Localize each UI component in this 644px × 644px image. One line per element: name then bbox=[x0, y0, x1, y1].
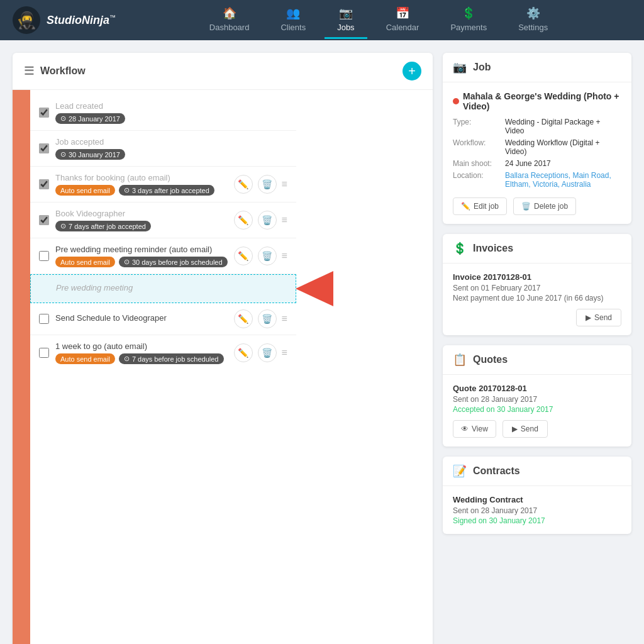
nav-item-calendar[interactable]: 📅 Calendar bbox=[374, 1, 432, 39]
pre-wedding-reminder-delete-button[interactable]: 🗑️ bbox=[258, 247, 277, 265]
edit-job-label: Edit job bbox=[474, 202, 499, 211]
job-type-row: Type: Wedding - Digital Package + Video bbox=[453, 118, 621, 135]
workflow-card: ☰ Workflow + PRE-SHOOT bbox=[13, 53, 433, 644]
edit-job-button[interactable]: ✏️ Edit job bbox=[453, 197, 507, 215]
one-week-drag-handle[interactable]: ≡ bbox=[282, 347, 287, 358]
dashboard-icon: 🏠 bbox=[223, 6, 236, 20]
pre-wedding-meeting-content: Pre wedding meeting bbox=[56, 283, 287, 295]
wf-item-send-schedule: Send Schedule to Videograper ✏️ 🗑️ ≡ bbox=[30, 303, 296, 335]
pre-wedding-reminder-drag-handle[interactable]: ≡ bbox=[282, 250, 287, 262]
nav-item-payments[interactable]: 💲 Payments bbox=[438, 1, 499, 39]
quote-sent: Sent on 28 January 2017 bbox=[453, 395, 621, 404]
add-workflow-item-button[interactable]: + bbox=[402, 62, 421, 80]
lead-created-content: Lead created ⊙ 28 January 2017 bbox=[55, 101, 287, 124]
send-schedule-content: Send Schedule to Videograper bbox=[55, 313, 228, 325]
pre-shoot-section: PRE-SHOOT Lead created ⊙ 28 January 2017 bbox=[13, 90, 296, 644]
logo-studio: Studio bbox=[47, 14, 82, 26]
book-videographer-edit-button[interactable]: ✏️ bbox=[234, 211, 253, 230]
clients-icon: 👥 bbox=[286, 6, 300, 20]
nav-item-clients[interactable]: 👥 Clients bbox=[268, 1, 318, 39]
one-week-days-badge: ⊙ 7 days before job scheduled bbox=[119, 353, 224, 364]
contracts-card-header: 📝 Contracts bbox=[443, 457, 631, 486]
delete-job-label: Delete job bbox=[534, 202, 568, 211]
nav-label-settings: Settings bbox=[518, 23, 548, 32]
workflow-title-text: Workflow bbox=[40, 65, 86, 77]
pre-wedding-reminder-content: Pre wedding meeting reminder (auto email… bbox=[55, 245, 228, 267]
thanks-booking-delete-button[interactable]: 🗑️ bbox=[258, 175, 277, 194]
job-mainshoot-row: Main shoot: 24 June 2017 bbox=[453, 159, 621, 168]
invoice-item-1: Invoice 20170128-01 Sent on 01 February … bbox=[453, 272, 621, 303]
send-schedule-title: Send Schedule to Videograper bbox=[55, 313, 228, 323]
contracts-card-body: Wedding Contract Sent on 28 January 2017… bbox=[443, 486, 631, 534]
edit-job-icon: ✏️ bbox=[461, 202, 470, 211]
send-schedule-delete-button[interactable]: 🗑️ bbox=[258, 309, 277, 328]
delete-job-icon: 🗑️ bbox=[521, 202, 531, 211]
one-week-title: 1 week to go (auto email) bbox=[55, 341, 228, 351]
job-mainshoot-label: Main shoot: bbox=[453, 159, 500, 168]
job-location-value[interactable]: Ballara Receptions, Main Road, Eltham, V… bbox=[505, 171, 621, 189]
send-schedule-drag-handle[interactable]: ≡ bbox=[282, 313, 287, 325]
lead-created-title: Lead created bbox=[55, 101, 287, 111]
quote-view-button[interactable]: 👁 View bbox=[453, 420, 496, 438]
thanks-booking-badges: Auto send email ⊙ 3 days after job accep… bbox=[55, 185, 228, 196]
one-week-delete-button[interactable]: 🗑️ bbox=[258, 343, 277, 362]
contracts-card-icon: 📝 bbox=[453, 464, 467, 478]
job-accepted-title: Job accepted bbox=[55, 137, 287, 147]
invoice-send-icon: ▶ bbox=[586, 313, 591, 322]
contract-sent: Sent on 28 January 2017 bbox=[453, 506, 621, 515]
logo-area: 🥷 StudioNinja™ bbox=[13, 6, 126, 34]
quote-send-label: Send bbox=[521, 425, 538, 433]
one-week-checkbox[interactable] bbox=[39, 348, 49, 358]
left-panel: ☰ Workflow + PRE-SHOOT bbox=[13, 53, 433, 644]
pre-wedding-reminder-checkbox[interactable] bbox=[39, 251, 49, 261]
contracts-card: 📝 Contracts Wedding Contract Sent on 28 … bbox=[443, 457, 631, 534]
job-type-label: Type: bbox=[453, 118, 500, 135]
invoice-send-button[interactable]: ▶ Send bbox=[576, 309, 621, 326]
nav-item-settings[interactable]: ⚙️ Settings bbox=[506, 1, 560, 39]
right-panel: 📷 Job Mahala & George's Wedding (Photo +… bbox=[443, 53, 631, 644]
nav-item-dashboard[interactable]: 🏠 Dashboard bbox=[197, 1, 262, 39]
quote-send-button[interactable]: ▶ Send bbox=[502, 420, 548, 438]
calendar-icon: 📅 bbox=[396, 6, 409, 20]
thanks-booking-edit-button[interactable]: ✏️ bbox=[234, 175, 253, 194]
one-week-autosend-badge: Auto send email bbox=[55, 353, 115, 364]
one-week-edit-button[interactable]: ✏️ bbox=[234, 343, 253, 362]
nav-label-payments: Payments bbox=[450, 23, 487, 32]
wf-item-thanks-booking: Thanks for booking (auto email) Auto sen… bbox=[30, 167, 296, 203]
clock-icon-sm: ⊙ bbox=[60, 114, 66, 123]
lead-created-checkbox[interactable] bbox=[39, 108, 49, 118]
book-videographer-checkbox[interactable] bbox=[39, 215, 49, 225]
job-accepted-date-badge: ⊙ 30 January 2017 bbox=[55, 149, 125, 160]
wf-item-lead-created: Lead created ⊙ 28 January 2017 bbox=[30, 95, 296, 131]
book-videographer-delete-button[interactable]: 🗑️ bbox=[258, 211, 277, 230]
send-schedule-checkbox[interactable] bbox=[39, 314, 49, 324]
job-accepted-content: Job accepted ⊙ 30 January 2017 bbox=[55, 137, 287, 160]
pre-wedding-meeting-title: Pre wedding meeting bbox=[56, 283, 287, 292]
book-videographer-drag-handle[interactable]: ≡ bbox=[282, 214, 287, 226]
lead-created-date-badge: ⊙ 28 January 2017 bbox=[55, 113, 125, 124]
thanks-booking-checkbox[interactable] bbox=[39, 179, 49, 189]
reminder-days-badge: ⊙ 30 days before job scheduled bbox=[119, 257, 228, 267]
logo-tm: ™ bbox=[109, 14, 116, 21]
settings-icon: ⚙️ bbox=[526, 6, 540, 20]
invoices-card: 💲 Invoices Invoice 20170128-01 Sent on 0… bbox=[443, 234, 631, 335]
job-mainshoot-value: 24 June 2017 bbox=[505, 159, 551, 168]
quote-view-label: View bbox=[472, 425, 488, 433]
book-videographer-content: Book Videographer ⊙ 7 days after job acc… bbox=[55, 209, 228, 231]
lead-created-badges: ⊙ 28 January 2017 bbox=[55, 113, 287, 124]
logo-icon: 🥷 bbox=[13, 6, 40, 34]
send-schedule-edit-button[interactable]: ✏️ bbox=[234, 309, 253, 328]
invoices-card-body: Invoice 20170128-01 Sent on 01 February … bbox=[443, 264, 631, 335]
delete-job-button[interactable]: 🗑️ Delete job bbox=[513, 197, 576, 215]
pre-wedding-reminder-edit-button[interactable]: ✏️ bbox=[234, 247, 253, 265]
job-accepted-checkbox[interactable] bbox=[39, 143, 49, 153]
book-videographer-actions: ✏️ 🗑️ ≡ bbox=[234, 211, 287, 230]
thanks-autosend-badge: Auto send email bbox=[55, 185, 115, 196]
nav-item-jobs[interactable]: 📷 Jobs bbox=[325, 1, 367, 39]
nav-label-clients: Clients bbox=[280, 23, 306, 32]
pre-wedding-reminder-actions: ✏️ 🗑️ ≡ bbox=[234, 247, 287, 265]
one-week-actions: ✏️ 🗑️ ≡ bbox=[234, 343, 287, 362]
thanks-booking-drag-handle[interactable]: ≡ bbox=[282, 179, 287, 190]
job-card-header: 📷 Job bbox=[443, 53, 631, 82]
pre-shoot-group: PRE-SHOOT Lead created ⊙ 28 January 2017 bbox=[13, 90, 296, 644]
